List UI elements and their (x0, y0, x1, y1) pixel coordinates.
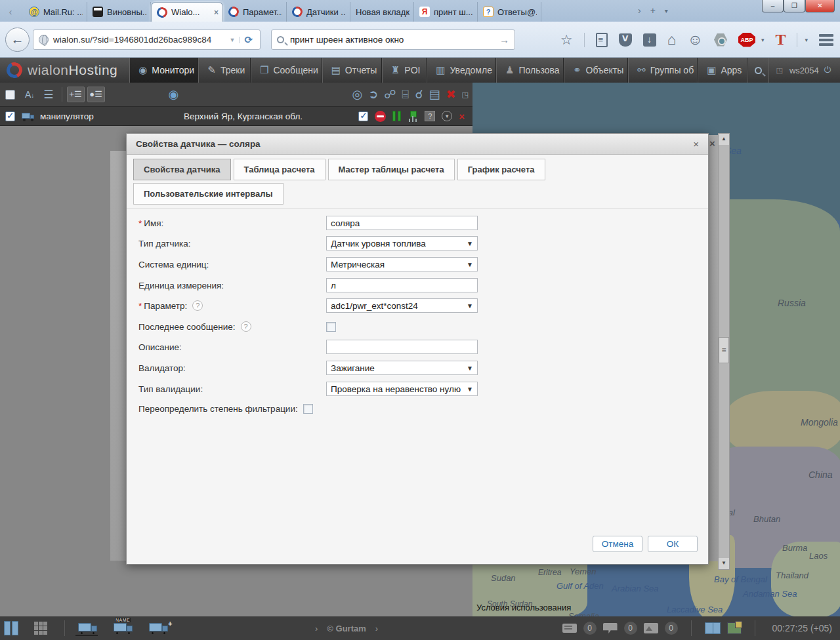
nav-item-units[interactable]: ⚭ Объекты (564, 58, 628, 83)
satellite-icon[interactable]: ☍ (384, 87, 396, 102)
tab-parametry[interactable]: Парамет... (223, 2, 287, 22)
remove-all-icon[interactable]: ✖ (446, 87, 456, 102)
unit-row[interactable]: манипулятор Верхний Яр, Курганская обл. … (0, 107, 472, 126)
reload-icon[interactable]: ⟳ (240, 34, 257, 46)
tab-print[interactable]: Я принт ш... (414, 2, 478, 22)
ok-button[interactable]: ОК (648, 536, 698, 552)
expand-corner-icon[interactable]: ◳ (462, 90, 469, 99)
unit-name[interactable]: манипулятор (40, 111, 94, 121)
pocket-icon[interactable]: ᐯ (619, 33, 632, 47)
map-attribution-link[interactable]: Условия использования (476, 603, 571, 612)
description-input[interactable] (326, 340, 478, 354)
minimize-button[interactable]: – (762, 0, 784, 12)
grid-view-icon[interactable] (34, 622, 47, 635)
show-names-icon[interactable]: NAME (114, 622, 136, 635)
radar-icon[interactable]: ☌ (415, 87, 423, 102)
scroll-down-icon[interactable]: ▼ (719, 558, 729, 569)
tab-scroll-left-icon[interactable]: ‹ (4, 5, 17, 18)
close-window-button[interactable]: ✕ (805, 0, 835, 12)
validator-select[interactable]: Зажигание▼ (326, 361, 478, 375)
nav-item-users[interactable]: ♟ Пользова (496, 58, 564, 83)
tab-scroll-right-icon[interactable]: › (638, 5, 641, 17)
map-source-icon[interactable] (727, 622, 742, 634)
last-message-help-icon[interactable]: ? (241, 321, 251, 332)
media-icon[interactable] (644, 623, 658, 633)
home-icon[interactable]: ⌂ (667, 30, 677, 50)
chat-smiley-icon[interactable]: ☺ (687, 30, 702, 50)
bookmark-star-icon[interactable]: ☆ (560, 30, 573, 50)
tab-datchiki[interactable]: Датчики ... (287, 2, 350, 22)
menu-hamburger-icon[interactable] (819, 34, 833, 46)
override-filtration-checkbox[interactable] (303, 404, 313, 414)
address-pin-icon[interactable]: ◉ (169, 87, 179, 102)
tab-mailru[interactable]: @ Mail.Ru: ... (24, 2, 87, 22)
nav-item-monitoring[interactable]: ◉ Монитори (129, 58, 198, 83)
validation-type-select[interactable]: Проверка на неравенство нулю▼ (326, 382, 478, 396)
tab-new[interactable]: Новая вкладка (350, 2, 414, 22)
tab-vinovny[interactable]: Виновны... (87, 2, 151, 22)
chevron-right-icon[interactable]: › (375, 624, 378, 633)
last-message-checkbox[interactable] (326, 322, 336, 332)
tab-calculation-table-wizard[interactable]: Мастер таблицы расчета (328, 159, 455, 180)
nav-item-apps[interactable]: ▣ Apps (698, 58, 747, 83)
add-unit-icon[interactable]: + (149, 622, 171, 635)
name-input[interactable] (326, 216, 478, 230)
cancel-button[interactable]: Отмена (593, 536, 642, 552)
new-tab-button[interactable]: + (650, 5, 656, 17)
dialog-title-bar[interactable]: Свойства датчика — соляра × (127, 134, 708, 155)
search-bar[interactable]: принт шреен активное окно → (271, 30, 515, 50)
sort-az-icon[interactable]: A↓ (25, 89, 34, 100)
map-scrollbar[interactable]: ▲ ▼ (718, 133, 730, 570)
parameter-help-icon[interactable]: ? (192, 300, 203, 311)
t-caret-icon[interactable]: ▾ (805, 37, 808, 43)
back-button[interactable]: ← (5, 28, 30, 52)
chevron-left-icon[interactable]: › (315, 624, 318, 633)
sensor-type-select[interactable]: Датчик уровня топлива▼ (326, 236, 478, 250)
unit-system-select[interactable]: Метрическая▼ (326, 257, 478, 271)
nav-mini-window-icon[interactable]: ◳ (768, 58, 789, 83)
nav-item-unit-groups[interactable]: ⚯ Группы об (628, 58, 698, 83)
adblock-caret-icon[interactable]: ▾ (761, 37, 765, 43)
nav-search-icon[interactable] (747, 58, 768, 83)
unit-checkbox[interactable] (5, 111, 15, 121)
extension-badge-icon[interactable] (714, 33, 727, 47)
search-go-icon[interactable]: → (499, 34, 509, 45)
log-book-icon[interactable] (705, 622, 721, 634)
tab-custom-intervals[interactable]: Пользовательские интервалы (133, 183, 284, 205)
tab-sensor-properties[interactable]: Свойства датчика (133, 159, 231, 180)
unit-state-icon[interactable] (375, 111, 386, 122)
monitor-network-icon[interactable]: ⌸ (402, 88, 410, 102)
nav-item-reports[interactable]: ▤ Отчеты (322, 58, 382, 83)
t-extension-icon[interactable]: T (775, 31, 786, 49)
url-bar[interactable]: wialon.su/?sid=1946801dd26bac989c84 ▼ ⟳ (33, 30, 261, 50)
remove-unit-icon[interactable]: × (459, 111, 465, 122)
parameter-select[interactable]: adc1/pwr_ext*const24▼ (326, 298, 478, 313)
tab-calculation-chart[interactable]: График расчета (457, 159, 545, 180)
adblock-icon[interactable]: ABP (738, 33, 755, 47)
notifications-popup-icon[interactable] (603, 623, 618, 633)
driver-messages-icon[interactable] (562, 624, 577, 633)
scroll-up-icon[interactable]: ▲ (719, 134, 729, 145)
measure-unit-input[interactable] (326, 278, 478, 292)
follow-unit-icon[interactable]: ➲ (368, 87, 378, 102)
nav-item-tracks[interactable]: ✎ Треки (198, 58, 251, 83)
scroll-handle[interactable] (719, 337, 729, 363)
maximize-button[interactable]: ❐ (784, 0, 805, 12)
add-to-list-button[interactable]: +☰ (67, 87, 85, 102)
nav-item-poi[interactable]: ♜ POI (382, 58, 427, 83)
url-dropdown-icon[interactable]: ▼ (226, 37, 240, 43)
dialog-close-icon[interactable]: × (693, 138, 699, 150)
downloads-icon[interactable]: ↓ (643, 33, 656, 47)
user-menu[interactable]: ws2054 ⏻ (789, 58, 840, 83)
select-all-checkbox[interactable] (5, 90, 15, 100)
copyright[interactable]: © Gurtam (327, 624, 366, 633)
search-input[interactable]: принт шреен активное окно (290, 35, 499, 45)
show-tracks-icon[interactable] (78, 622, 100, 635)
tab-otvety[interactable]: ? Ответы@... (478, 2, 541, 22)
nav-item-messages[interactable]: ❐ Сообщени (251, 58, 322, 83)
clipboard-icon[interactable] (596, 33, 608, 47)
background-dialog-close-icon[interactable]: × (709, 138, 715, 149)
toggle-panels-icon[interactable] (4, 621, 18, 635)
unit-menu-icon[interactable]: ▼ (442, 111, 452, 121)
list-icon[interactable]: ☰ (43, 88, 53, 102)
